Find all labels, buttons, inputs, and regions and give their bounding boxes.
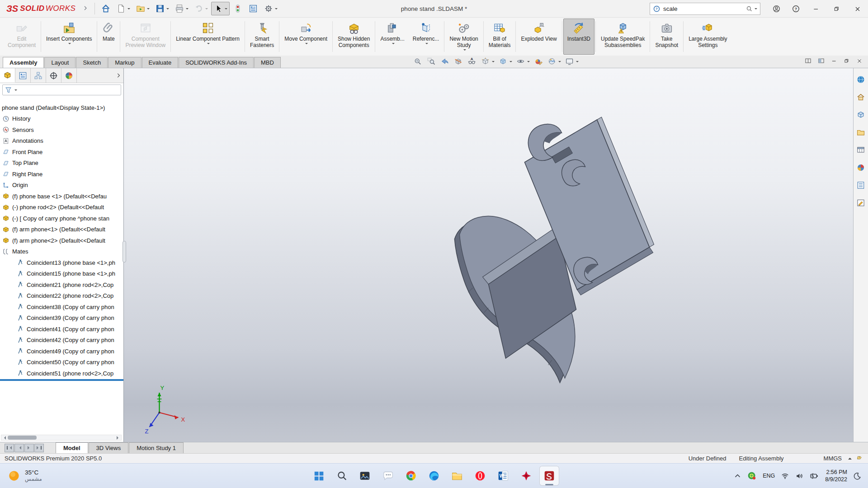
battery-icon[interactable] [810, 471, 819, 481]
apply-scene-button[interactable] [547, 56, 562, 67]
panel-tab-dimxpert-manager[interactable] [46, 68, 61, 83]
units-caret-icon[interactable] [848, 456, 852, 460]
edit-component-button[interactable]: EditComponent [4, 19, 40, 55]
doc-restore-icon[interactable] [844, 58, 850, 64]
dropdown-caret-icon[interactable] [147, 8, 150, 11]
logo-flyout-icon[interactable] [83, 5, 88, 13]
last-tab-button[interactable] [34, 444, 44, 452]
print-button[interactable] [172, 2, 191, 15]
tab-sketch[interactable]: Sketch [76, 57, 108, 68]
night-mode-icon[interactable] [853, 472, 862, 480]
tree-item-coincident51-phone-rod-2-cop[interactable]: Coincident51 (phone rod<2>,Cop [0, 368, 123, 379]
doc-tab-model[interactable]: Model [56, 442, 88, 453]
show-hidden-components-button[interactable]: Show HiddenComponents [334, 19, 374, 55]
taskpane-tp-home-button[interactable] [855, 91, 867, 103]
stoplight-button[interactable] [231, 2, 245, 15]
doc-close-icon[interactable] [856, 58, 863, 64]
dropdown-caret-icon[interactable] [275, 8, 278, 11]
tree-item-coincident39-copy-of-carry-phon[interactable]: Coincident39 (Copy of carry phon [0, 313, 123, 324]
dropdown-caret-icon[interactable] [392, 43, 395, 46]
units-selector[interactable]: MMGS [824, 455, 842, 462]
hide-show-items-button[interactable] [515, 56, 531, 67]
tree-item-origin[interactable]: Origin [0, 180, 123, 191]
volume-icon[interactable] [795, 472, 804, 480]
search-input[interactable] [663, 5, 745, 12]
split-pane-icon[interactable] [805, 57, 811, 64]
taskbar-word-button[interactable]: W [493, 466, 513, 486]
tree-item-coincident15-phone-base-1-ph[interactable]: Coincident15 (phone base <1>,ph [0, 268, 123, 280]
select-cursor-button[interactable] [211, 2, 230, 15]
new-motion-study-button[interactable]: New MotionStudy [445, 19, 482, 55]
tree-item-history[interactable]: History [0, 113, 123, 125]
tab-evaluate[interactable]: Evaluate [142, 57, 179, 68]
panel-tab-property-manager[interactable] [15, 68, 31, 83]
options-gear-button[interactable] [261, 2, 280, 15]
panel-tab-display-manager[interactable] [61, 68, 77, 83]
tree-item-annotations[interactable]: Annotations [0, 136, 123, 147]
search-caret-icon[interactable] [755, 8, 757, 11]
tree-item-coincident42-copy-of-carry-phon[interactable]: Coincident42 (Copy of carry phon [0, 335, 123, 346]
account-button[interactable] [767, 0, 786, 18]
taskbar-solidworks-button[interactable] [539, 466, 559, 486]
exploded-view-button[interactable]: Exploded View [517, 19, 561, 55]
tree-item-coincident13-phone-base-1-ph[interactable]: Coincident13 (phone base <1>,ph [0, 257, 123, 268]
prev-tab-button[interactable] [14, 444, 24, 452]
display-style-button[interactable] [498, 56, 513, 67]
tree-item-f-arm-phone-2-default-default[interactable]: (f) arm phone<2> (Default<<Default [0, 235, 123, 246]
save-button[interactable] [153, 2, 171, 15]
dropdown-caret-icon[interactable] [225, 8, 227, 11]
single-pane-icon[interactable] [818, 57, 825, 64]
tree-item-copy-of-carry-phone-phone-stan[interactable]: (-) [ Copy of carry phone ^phone stan [0, 213, 123, 224]
view-settings-button[interactable] [564, 56, 580, 67]
taskpane-tp-palette-button[interactable] [855, 144, 867, 156]
linear-component-pattern-button[interactable]: Linear Component Pattern [172, 19, 244, 55]
new-doc-button[interactable] [114, 2, 132, 15]
view-orientation-button[interactable] [480, 56, 495, 67]
taskpane-tp-globe-button[interactable] [855, 74, 867, 85]
dropdown-caret-icon[interactable] [305, 43, 308, 46]
dropdown-caret-icon[interactable] [509, 61, 512, 64]
smart-fasteners-button[interactable]: SmartFasteners [246, 19, 278, 55]
dropdown-caret-icon[interactable] [68, 43, 71, 46]
assemb-button[interactable]: Assemb... [376, 19, 408, 55]
language-indicator[interactable]: ENG [763, 473, 775, 479]
annotation-visibility-button[interactable]: A [467, 56, 478, 67]
tree-item-phone-rod-2-default-default[interactable]: (-) phone rod<2> (Default<<Default [0, 202, 123, 213]
search-box[interactable]: ? [650, 3, 760, 15]
dropdown-caret-icon[interactable] [527, 61, 530, 64]
taskbar-red-pinwheel-button[interactable] [516, 466, 536, 486]
insert-components-button[interactable]: Insert Components [42, 19, 96, 55]
scroll-thumb[interactable] [8, 436, 37, 440]
tree-item-coincident49-copy-of-carry-phon[interactable]: Coincident49 (Copy of carry phon [0, 346, 123, 357]
zoom-fit-button[interactable] [412, 56, 424, 67]
tab-layout[interactable]: Layout [44, 57, 75, 68]
taskpane-tp-props-button[interactable] [855, 179, 867, 191]
scroll-left-arrow[interactable] [1, 435, 7, 440]
component-preview-window-button[interactable]: ComponentPreview Window [121, 19, 170, 55]
take-snapshot-button[interactable]: TakeSnapshot [651, 19, 682, 55]
antivirus-icon[interactable] [747, 471, 757, 481]
tree-item-phone-stand-default-display-stat[interactable]: phone stand (Default<Display State-1>) [0, 102, 123, 113]
taskpane-tp-3d-button[interactable] [855, 109, 867, 121]
previous-view-button[interactable] [439, 56, 451, 67]
tree-item-f-phone-base-1-default-defau[interactable]: (f) phone base <1> (Default<<Defau [0, 191, 123, 202]
doc-tab-3d-views[interactable]: 3D Views [89, 442, 129, 453]
scroll-right-arrow[interactable] [116, 435, 121, 440]
dropdown-caret-icon[interactable] [463, 49, 466, 52]
bill-of-materials-button[interactable]: Bill ofMaterials [485, 19, 515, 55]
tree-item-coincident50-copy-of-carry-phon[interactable]: Coincident50 (Copy of carry phon [0, 357, 123, 368]
taskbar-windows-start-button[interactable] [309, 466, 329, 486]
panel-splitter-handle[interactable] [123, 241, 126, 263]
clock[interactable]: 2:56 PM 8/9/2022 [825, 469, 847, 483]
next-tab-button[interactable] [24, 444, 34, 452]
search-icon[interactable] [745, 5, 753, 13]
wifi-icon[interactable] [781, 472, 789, 480]
dropdown-caret-icon[interactable] [127, 8, 130, 11]
dropdown-caret-icon[interactable] [205, 8, 208, 11]
tray-overflow-icon[interactable] [734, 472, 741, 480]
referenc-button[interactable]: Referenc... [409, 19, 443, 55]
tab-markup[interactable]: Markup [108, 57, 141, 68]
tree-item-mates[interactable]: Mates [0, 246, 123, 258]
tree-item-coincident21-phone-rod-2-cop[interactable]: Coincident21 (phone rod<2>,Cop [0, 279, 123, 291]
filter-funnel-icon[interactable] [5, 86, 12, 94]
